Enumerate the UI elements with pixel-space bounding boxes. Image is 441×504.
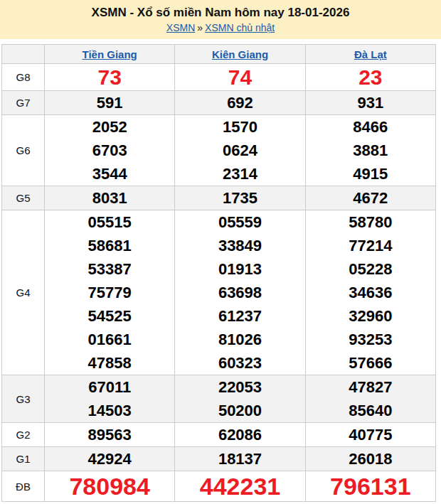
breadcrumb: XSMN»XSMN chủ nhật bbox=[166, 22, 275, 33]
prize-numbers-cell: 05515586815338775779545250166147858 bbox=[45, 210, 175, 375]
prize-number: 05515 bbox=[45, 210, 174, 234]
prize-numbers-cell: 73 bbox=[45, 64, 175, 91]
table-row-g6: G6205267033544157006242314846638814915 bbox=[2, 115, 436, 186]
da-lat-link[interactable]: Đà Lạt bbox=[354, 48, 387, 60]
prize-number: 47827 bbox=[306, 375, 435, 399]
prize-numbers-cell: 1735 bbox=[175, 186, 305, 210]
prize-numbers-cell: 591 bbox=[45, 91, 175, 115]
prize-numbers-cell: 05559338490191363698612378102660323 bbox=[175, 210, 305, 375]
prize-number: 1735 bbox=[175, 186, 304, 210]
table-corner-cell bbox=[2, 45, 45, 64]
breadcrumb-link-xsmn[interactable]: XSMN bbox=[166, 22, 195, 33]
tien-giang-link[interactable]: Tiền Giang bbox=[83, 48, 137, 60]
prize-number: 01661 bbox=[45, 328, 174, 351]
prize-number: 74 bbox=[175, 64, 304, 90]
prize-number: 01913 bbox=[175, 257, 304, 281]
prize-number: 22053 bbox=[175, 375, 304, 399]
prize-number: 33849 bbox=[175, 234, 304, 257]
breadcrumb-link-xsmn-chu-nhat[interactable]: XSMN chủ nhật bbox=[205, 22, 275, 33]
prize-label: ĐB bbox=[2, 471, 45, 502]
results-body: G8737423G7591692931G62052670335441570062… bbox=[2, 64, 436, 502]
prize-number: 89563 bbox=[45, 423, 174, 446]
prize-number: 93253 bbox=[306, 328, 435, 351]
table-row-g8: G8737423 bbox=[2, 64, 436, 91]
prize-numbers-cell: 796131 bbox=[305, 471, 435, 502]
prize-number: 67011 bbox=[45, 375, 174, 399]
prize-number: 2052 bbox=[45, 115, 174, 139]
breadcrumb-separator: » bbox=[195, 22, 205, 33]
prize-numbers-cell: 846638814915 bbox=[305, 115, 435, 186]
prize-number: 0624 bbox=[175, 139, 304, 162]
prize-number: 34636 bbox=[306, 281, 435, 304]
prize-number: 26018 bbox=[306, 447, 435, 471]
prize-number: 63698 bbox=[175, 281, 304, 304]
prize-number: 58780 bbox=[306, 210, 435, 234]
table-row-g1: G1429241813726018 bbox=[2, 447, 436, 471]
kien-giang-link[interactable]: Kiên Giang bbox=[212, 48, 268, 60]
prize-number: 3881 bbox=[306, 139, 435, 162]
prize-number: 796131 bbox=[306, 471, 435, 501]
prize-number: 54525 bbox=[45, 304, 174, 328]
table-row-g3: G3670111450322053502004782785640 bbox=[2, 375, 436, 423]
prize-number: 61237 bbox=[175, 304, 304, 328]
prize-number: 442231 bbox=[175, 471, 304, 501]
prize-number: 692 bbox=[175, 91, 304, 114]
prize-numbers-cell: 74 bbox=[175, 64, 305, 91]
prize-number: 60323 bbox=[175, 351, 304, 375]
prize-numbers-cell: 780984 bbox=[45, 471, 175, 502]
prize-number: 40775 bbox=[306, 423, 435, 446]
prize-label: G3 bbox=[2, 375, 45, 423]
prize-numbers-cell: 40775 bbox=[305, 423, 435, 447]
prize-number: 53387 bbox=[45, 257, 174, 281]
table-row-g7: G7591692931 bbox=[2, 91, 436, 115]
prize-number: 05228 bbox=[306, 257, 435, 281]
table-row-g2: G2895636208640775 bbox=[2, 423, 436, 447]
prize-number: 62086 bbox=[175, 423, 304, 446]
prize-numbers-cell: 8031 bbox=[45, 186, 175, 210]
prize-number: 85640 bbox=[306, 399, 435, 422]
prize-label: G8 bbox=[2, 64, 45, 91]
prize-number: 1570 bbox=[175, 115, 304, 139]
prize-number: 8031 bbox=[45, 186, 174, 210]
prize-label: G6 bbox=[2, 115, 45, 186]
page-title: XSMN - Xổ số miền Nam hôm nay 18-01-2026 bbox=[92, 6, 350, 20]
table-row-g4: G405515586815338775779545250166147858055… bbox=[2, 210, 436, 375]
prize-number: 42924 bbox=[45, 447, 174, 471]
prize-numbers-cell: 89563 bbox=[45, 423, 175, 447]
column-header-da-lat: Đà Lạt bbox=[305, 45, 435, 64]
prize-numbers-cell: 2205350200 bbox=[175, 375, 305, 423]
prize-numbers-cell: 58780772140522834636329609325357666 bbox=[305, 210, 435, 375]
prize-number: 780984 bbox=[45, 471, 174, 501]
prize-label: G1 bbox=[2, 447, 45, 471]
prize-number: 931 bbox=[306, 91, 435, 114]
prize-number: 50200 bbox=[175, 399, 304, 422]
prize-number: 6703 bbox=[45, 139, 174, 162]
table-header-row: Tiền Giang Kiên Giang Đà Lạt bbox=[2, 45, 436, 64]
prize-numbers-cell: 4672 bbox=[305, 186, 435, 210]
prize-numbers-cell: 26018 bbox=[305, 447, 435, 471]
prize-number: 57666 bbox=[306, 351, 435, 375]
table-row-g5: G5803117354672 bbox=[2, 186, 436, 210]
prize-number: 4672 bbox=[306, 186, 435, 210]
prize-numbers-cell: 62086 bbox=[175, 423, 305, 447]
prize-number: 77214 bbox=[306, 234, 435, 257]
prize-label: G4 bbox=[2, 210, 45, 375]
prize-number: 3544 bbox=[45, 162, 174, 186]
prize-number: 18137 bbox=[175, 447, 304, 471]
prize-numbers-cell: 23 bbox=[305, 64, 435, 91]
prize-number: 8466 bbox=[306, 115, 435, 139]
prize-number: 58681 bbox=[45, 234, 174, 257]
lottery-results-table: Tiền Giang Kiên Giang Đà Lạt G8737423G75… bbox=[1, 44, 436, 502]
prize-number: 23 bbox=[306, 64, 435, 90]
prize-numbers-cell: 18137 bbox=[175, 447, 305, 471]
page-banner: XSMN - Xổ số miền Nam hôm nay 18-01-2026… bbox=[0, 0, 441, 39]
prize-number: 81026 bbox=[175, 328, 304, 351]
prize-label: G7 bbox=[2, 91, 45, 115]
prize-numbers-cell: 692 bbox=[175, 91, 305, 115]
column-header-kien-giang: Kiên Giang bbox=[175, 45, 305, 64]
prize-number: 591 bbox=[45, 91, 174, 114]
prize-number: 2314 bbox=[175, 162, 304, 186]
prize-label: G2 bbox=[2, 423, 45, 447]
table-row-đb: ĐB780984442231796131 bbox=[2, 471, 436, 502]
prize-number: 14503 bbox=[45, 399, 174, 422]
